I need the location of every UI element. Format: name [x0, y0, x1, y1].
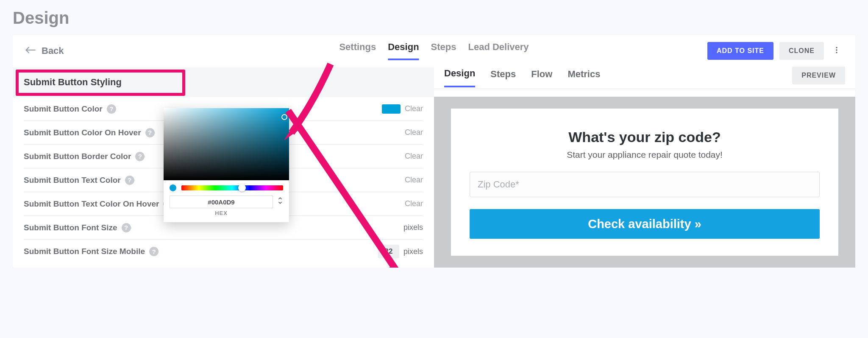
section-header: Submit Button Styling: [13, 67, 434, 97]
color-swatch[interactable]: [382, 104, 401, 114]
row-submit-button-font-size-mobile: Submit Button Font Size Mobile ? pixels: [24, 240, 423, 263]
hue-thumb-icon[interactable]: [238, 184, 246, 192]
color-mode-toggle[interactable]: [277, 196, 283, 205]
clear-link[interactable]: Clear: [405, 128, 423, 137]
label-submit-button-color-hover: Submit Button Color On Hover: [24, 128, 141, 137]
label-submit-button-font-size: Submit Button Font Size: [24, 223, 117, 232]
label-submit-button-text-color: Submit Button Text Color: [24, 176, 121, 185]
clear-link[interactable]: Clear: [405, 104, 423, 113]
preview-canvas: What's your zip code? Start your applian…: [434, 97, 855, 268]
clear-link[interactable]: Clear: [405, 152, 423, 161]
preview-tabs: Design Steps Flow Metrics PREVIEW: [434, 60, 855, 89]
help-icon[interactable]: ?: [145, 128, 155, 137]
tab-design[interactable]: Design: [388, 42, 419, 60]
help-icon[interactable]: ?: [107, 104, 116, 114]
top-actions: ADD TO SITE CLONE: [707, 42, 843, 60]
svg-point-2: [836, 49, 837, 50]
main-tabs: Settings Design Steps Lead Delivery: [339, 42, 529, 60]
hex-input[interactable]: [170, 196, 273, 208]
clear-link[interactable]: Clear: [405, 199, 423, 208]
left-column: Submit Button Styling Submit Button Colo…: [13, 60, 434, 268]
page-title: Design: [13, 8, 855, 28]
current-color-dot-icon: [170, 184, 176, 191]
label-submit-button-color: Submit Button Color: [24, 104, 103, 114]
svg-point-3: [836, 52, 837, 53]
label-submit-button-font-size-mobile: Submit Button Font Size Mobile: [24, 247, 145, 256]
more-menu-icon[interactable]: [830, 43, 843, 59]
saturation-cursor-icon[interactable]: [281, 114, 287, 120]
hue-slider[interactable]: [181, 185, 283, 190]
back-arrow-icon: [25, 44, 36, 58]
tab-steps[interactable]: Steps: [431, 42, 456, 60]
topbar: Back Settings Design Steps Lead Delivery…: [13, 35, 855, 60]
help-icon[interactable]: ?: [125, 176, 134, 185]
unit-label: pixels: [403, 247, 423, 256]
preview-button[interactable]: PREVIEW: [792, 67, 845, 84]
preview-tab-design[interactable]: Design: [444, 68, 475, 87]
right-column: Design Steps Flow Metrics PREVIEW What's…: [434, 60, 855, 268]
clone-button[interactable]: CLONE: [779, 42, 824, 60]
color-picker: HEX: [164, 108, 289, 222]
tab-lead-delivery[interactable]: Lead Delivery: [468, 42, 529, 60]
tab-settings[interactable]: Settings: [339, 42, 376, 60]
help-icon[interactable]: ?: [135, 152, 145, 161]
saturation-area[interactable]: [164, 108, 289, 180]
preview-card: What's your zip code? Start your applian…: [451, 109, 838, 256]
label-submit-button-text-color-hover: Submit Button Text Color On Hover: [24, 199, 159, 209]
unit-label: pixels: [403, 223, 423, 232]
preview-tab-flow[interactable]: Flow: [531, 69, 552, 87]
hex-label: HEX: [170, 210, 273, 216]
svg-point-1: [836, 47, 837, 48]
preview-tab-steps[interactable]: Steps: [490, 69, 516, 87]
back-button[interactable]: Back: [25, 44, 64, 58]
back-label: Back: [42, 45, 64, 56]
help-icon[interactable]: ?: [149, 247, 159, 256]
help-icon[interactable]: ?: [122, 223, 131, 232]
preview-heading: What's your zip code?: [470, 129, 820, 145]
add-to-site-button[interactable]: ADD TO SITE: [707, 42, 773, 60]
preview-tab-metrics[interactable]: Metrics: [568, 69, 600, 87]
section-title: Submit Button Styling: [24, 77, 423, 88]
check-availability-button[interactable]: Check availability »: [470, 209, 820, 239]
label-submit-button-border-color: Submit Button Border Color: [24, 152, 131, 161]
main-panel: Back Settings Design Steps Lead Delivery…: [13, 35, 855, 268]
preview-subheading: Start your appliance repair quote today!: [470, 150, 820, 160]
zip-code-input[interactable]: [470, 172, 820, 197]
font-size-mobile-input[interactable]: [378, 245, 399, 258]
clear-link[interactable]: Clear: [405, 176, 423, 184]
